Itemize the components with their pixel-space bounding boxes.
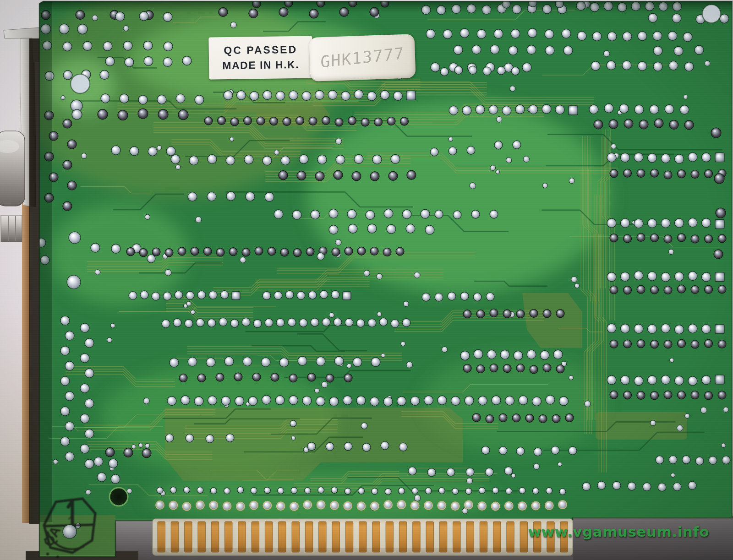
serial-sticker: GHK13777 <box>309 34 416 82</box>
pcb-photo: QA 1 QC PASSED MADE IN H.K. GHK13777 www… <box>0 0 733 560</box>
qc-sticker: QC PASSED MADE IN H.K. <box>208 36 312 79</box>
pcb-board-illustration: QA 1 <box>0 0 733 560</box>
mounting-hole <box>71 74 90 93</box>
left-edge-shade <box>38 0 52 522</box>
qc-sticker-line1: QC PASSED <box>224 42 297 59</box>
mounting-hole-dark <box>109 488 128 506</box>
mounting-hole <box>702 5 721 23</box>
watermark: www.vgamuseum.info <box>528 523 709 540</box>
qc-sticker-line2: MADE IN H.K. <box>222 57 299 74</box>
solder-blob-over-stamp <box>63 525 77 538</box>
finger-bottom-shade <box>153 548 573 555</box>
serial-number: GHK13777 <box>320 44 405 71</box>
bracket-shadow-gap <box>29 38 39 524</box>
edge-connector <box>153 519 573 555</box>
jack-screw-nut <box>1 215 22 242</box>
